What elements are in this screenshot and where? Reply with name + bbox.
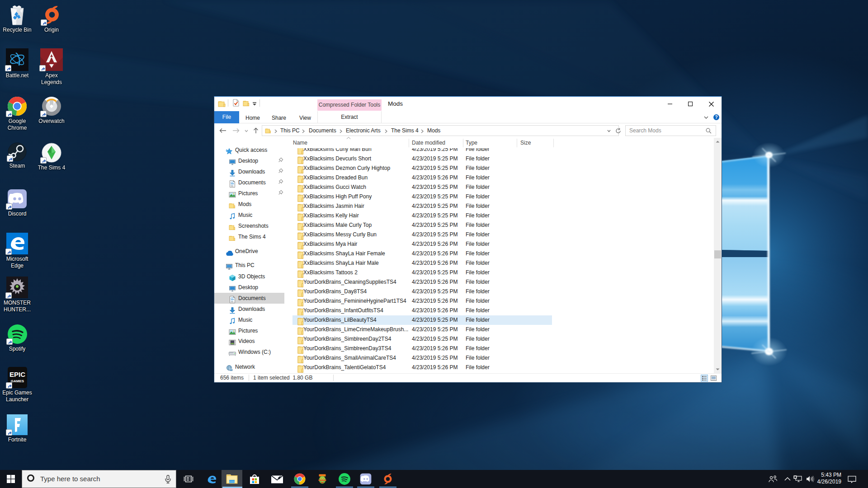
svg-text:EPIC: EPIC	[9, 371, 25, 378]
svg-text:GAMES: GAMES	[10, 379, 24, 383]
